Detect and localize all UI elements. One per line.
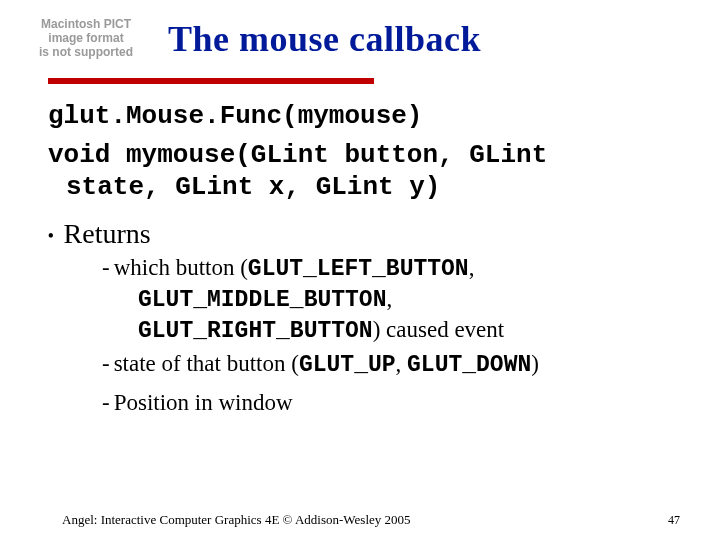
- sublist-item: -which button (GLUT_LEFT_BUTTON, GLUT_MI…: [102, 253, 680, 347]
- returns-sublist: -which button (GLUT_LEFT_BUTTON, GLUT_MI…: [102, 253, 680, 418]
- sublist-line: GLUT_RIGHT_BUTTON) caused event: [138, 315, 680, 346]
- pict-placeholder: Macintosh PICT image format is not suppo…: [22, 18, 150, 59]
- page-number: 47: [668, 513, 680, 528]
- sublist-line: GLUT_MIDDLE_BUTTON,: [138, 284, 680, 315]
- placeholder-line: is not supported: [22, 46, 150, 60]
- bullet-returns: • Returns: [48, 216, 680, 251]
- code-line: state, GLint x, GLint y): [66, 171, 680, 204]
- dash-icon: -: [102, 390, 110, 415]
- code-inline: GLUT_RIGHT_BUTTON: [138, 318, 373, 344]
- dash-icon: -: [102, 255, 110, 280]
- text: which button (: [114, 255, 248, 280]
- placeholder-line: image format: [22, 32, 150, 46]
- code-block: void mymouse(GLint button, GLint state, …: [48, 139, 680, 204]
- slide-footer: Angel: Interactive Computer Graphics 4E …: [0, 512, 720, 528]
- code-inline: GLUT_MIDDLE_BUTTON: [138, 287, 386, 313]
- text: ): [531, 351, 539, 376]
- slide-content: glut.Mouse.Func(mymouse) void mymouse(GL…: [0, 84, 720, 418]
- text: Position in window: [114, 390, 293, 415]
- dash-icon: -: [102, 351, 110, 376]
- code-inline: GLUT_DOWN: [407, 352, 531, 378]
- slide-title: The mouse callback: [168, 18, 481, 60]
- returns-label: Returns: [64, 216, 151, 251]
- text: ) caused event: [373, 317, 505, 342]
- text: state of that button (: [114, 351, 299, 376]
- sublist-item: -state of that button (GLUT_UP, GLUT_DOW…: [102, 349, 680, 380]
- bullet-dot-icon: •: [48, 226, 54, 246]
- text: ,: [396, 351, 408, 376]
- slide-header: Macintosh PICT image format is not suppo…: [0, 0, 720, 60]
- code-line: void mymouse(GLint button, GLint: [48, 139, 680, 172]
- code-inline: GLUT_LEFT_BUTTON: [248, 256, 469, 282]
- placeholder-line: Macintosh PICT: [22, 18, 150, 32]
- footer-credit: Angel: Interactive Computer Graphics 4E …: [62, 512, 411, 528]
- code-inline: GLUT_UP: [299, 352, 396, 378]
- sublist-item: -Position in window: [102, 388, 680, 417]
- text: ,: [386, 286, 392, 311]
- text: ,: [469, 255, 475, 280]
- code-line: glut.Mouse.Func(mymouse): [48, 100, 680, 133]
